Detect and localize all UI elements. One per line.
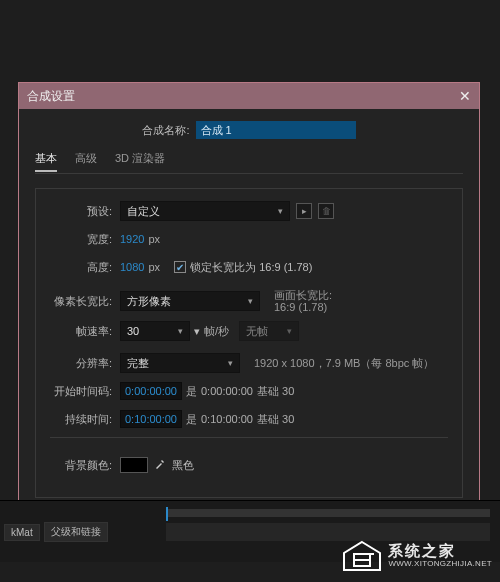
- start-is-label: 是: [186, 384, 197, 399]
- start-timecode-input[interactable]: 0:00:00:00: [120, 382, 182, 400]
- time-ruler[interactable]: [166, 509, 490, 517]
- start-is-value: 0:00:00:00: [201, 385, 253, 397]
- chevron-down-icon: ▾: [178, 326, 183, 336]
- watermark-url: WWW.XITONGZHIJIA.NET: [388, 560, 492, 569]
- height-unit: px: [148, 261, 160, 273]
- eyedropper-icon[interactable]: [154, 458, 166, 472]
- framerate-select[interactable]: 30 ▾: [120, 321, 190, 341]
- dropframe-value: 无帧: [246, 324, 268, 339]
- pixel-aspect-select[interactable]: 方形像素 ▾: [120, 291, 260, 311]
- width-label: 宽度:: [50, 232, 120, 247]
- width-value[interactable]: 1920: [120, 233, 144, 245]
- pixel-aspect-label: 像素长宽比:: [50, 294, 120, 309]
- duration-base: 基础 30: [257, 412, 294, 427]
- framerate-value: 30: [127, 325, 139, 337]
- resolution-info: 1920 x 1080，7.9 MB（每 8bpc 帧）: [254, 356, 434, 371]
- chevron-down-icon: ▾: [248, 296, 253, 306]
- watermark-title: 系统之家: [388, 543, 492, 560]
- duration-input[interactable]: 0:10:00:00: [120, 410, 182, 428]
- framerate-label: 帧速率:: [50, 324, 120, 339]
- dropframe-select[interactable]: 无帧 ▾: [239, 321, 299, 341]
- dialog-titlebar[interactable]: 合成设置 ✕: [19, 83, 479, 109]
- basic-panel: 预设: 自定义 ▾ ▸ 🗑 宽度: 1920 px 高度: 1080 px ✔: [35, 188, 463, 498]
- resolution-label: 分辨率:: [50, 356, 120, 371]
- track-column-kmat[interactable]: kMat: [4, 524, 40, 541]
- start-timecode-label: 开始时间码:: [50, 384, 120, 399]
- frame-aspect-value: 16:9 (1.78): [274, 301, 332, 313]
- bg-color-label: 背景颜色:: [50, 458, 120, 473]
- watermark: 系统之家 WWW.XITONGZHIJIA.NET: [342, 540, 492, 572]
- resolution-select[interactable]: 完整 ▾: [120, 353, 240, 373]
- composition-name-row: 合成名称:: [35, 121, 463, 139]
- lock-aspect-label: 锁定长宽比为 16:9 (1.78): [190, 260, 312, 275]
- height-label: 高度:: [50, 260, 120, 275]
- chevron-down-icon: ▾: [228, 358, 233, 368]
- bg-color-swatch[interactable]: [120, 457, 148, 473]
- chevron-down-icon: ▾: [287, 326, 292, 336]
- start-base: 基础 30: [257, 384, 294, 399]
- composition-name-label: 合成名称:: [142, 123, 189, 138]
- preset-label: 预设:: [50, 204, 120, 219]
- playhead-icon[interactable]: [166, 507, 168, 521]
- save-preset-icon[interactable]: ▸: [296, 203, 312, 219]
- tab-basic[interactable]: 基本: [35, 151, 57, 172]
- composition-settings-dialog: 合成设置 ✕ 合成名称: 基本 高级 3D 渲染器 预设: 自定义 ▾ ▸ 🗑: [18, 82, 480, 553]
- close-icon[interactable]: ✕: [459, 88, 471, 104]
- track-column-parent[interactable]: 父级和链接: [44, 522, 108, 542]
- duration-label: 持续时间:: [50, 412, 120, 427]
- width-unit: px: [148, 233, 160, 245]
- tab-renderer[interactable]: 3D 渲染器: [115, 151, 165, 172]
- chevron-down-icon: ▾: [194, 325, 200, 338]
- preset-value: 自定义: [127, 204, 160, 219]
- framerate-unit: 帧/秒: [204, 324, 229, 339]
- tab-advanced[interactable]: 高级: [75, 151, 97, 172]
- bg-color-name: 黑色: [172, 458, 194, 473]
- delete-preset-icon[interactable]: 🗑: [318, 203, 334, 219]
- duration-is-value: 0:10:00:00: [201, 413, 253, 425]
- dialog-title: 合成设置: [27, 88, 459, 105]
- timeline-track[interactable]: [166, 523, 490, 541]
- lock-aspect-checkbox[interactable]: ✔ 锁定长宽比为 16:9 (1.78): [174, 260, 312, 275]
- composition-name-input[interactable]: [196, 121, 356, 139]
- frame-aspect-label: 画面长宽比:: [274, 289, 332, 301]
- height-value[interactable]: 1080: [120, 261, 144, 273]
- watermark-logo-icon: [342, 540, 382, 572]
- checkmark-icon: ✔: [174, 261, 186, 273]
- chevron-down-icon: ▾: [278, 206, 283, 216]
- tabs: 基本 高级 3D 渲染器: [35, 151, 463, 174]
- duration-is-label: 是: [186, 412, 197, 427]
- preset-select[interactable]: 自定义 ▾: [120, 201, 290, 221]
- resolution-value: 完整: [127, 356, 149, 371]
- pixel-aspect-value: 方形像素: [127, 294, 171, 309]
